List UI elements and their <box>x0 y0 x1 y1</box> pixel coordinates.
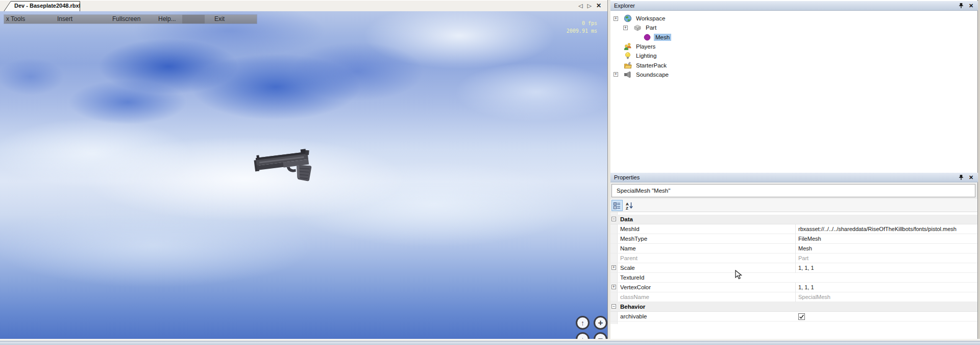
property-value[interactable]: 1, 1, 1 <box>795 263 977 273</box>
tab-nav-controls: ◁ ▷ ✕ <box>578 3 601 9</box>
property-row-parent[interactable]: ParentPart <box>610 254 977 263</box>
tab-next-icon[interactable]: ▷ <box>587 3 591 9</box>
property-value[interactable]: FileMesh <box>795 234 977 244</box>
fps-counter: 0 fps <box>567 19 597 27</box>
pistol-mesh <box>253 145 320 186</box>
tree-row-players[interactable]: Players <box>610 42 977 51</box>
players-icon <box>624 42 632 51</box>
property-row-meshtype[interactable]: MeshTypeFileMesh <box>610 234 977 244</box>
mesh-icon <box>643 33 651 41</box>
menu-item-help[interactable]: Help... <box>158 15 176 22</box>
property-name: Name <box>620 244 794 254</box>
expander-slot: + <box>614 16 624 21</box>
section-label: Behavior <box>620 302 645 312</box>
document-tab[interactable]: Dev - Baseplate2048.rbxl <box>3 1 81 12</box>
tree-item-label: Workspace <box>634 15 667 22</box>
categorized-icon[interactable] <box>611 200 623 211</box>
document-tab-bar: Dev - Baseplate2048.rbxl ◁ ▷ ✕ <box>0 0 607 11</box>
menu-item-exit[interactable]: Exit <box>214 15 225 22</box>
explorer-tree: +Workspace+PartMeshPlayersLightingStarte… <box>610 11 977 172</box>
mouse-cursor <box>735 270 744 280</box>
property-grid: −DataMeshIdrbxasset://../../../shareddat… <box>610 212 977 339</box>
section-expander[interactable]: − <box>611 217 616 221</box>
tree-row-mesh[interactable]: Mesh <box>610 33 977 42</box>
property-name: MeshId <box>620 224 794 234</box>
section-row-data[interactable]: −Data <box>610 215 977 224</box>
property-expander[interactable]: + <box>611 265 616 270</box>
tree-expander[interactable]: + <box>623 26 628 30</box>
property-expander[interactable]: + <box>611 285 616 289</box>
property-name: VertexColor <box>620 283 794 292</box>
property-name: Scale <box>620 263 794 273</box>
game-window: Dev - Baseplate2048.rbxl ◁ ▷ ✕ x ToolsIn… <box>0 0 607 339</box>
expander-slot: + <box>614 72 624 77</box>
pin-icon[interactable] <box>958 3 964 9</box>
property-row-vertexcolor[interactable]: +VertexColor1, 1, 1 <box>610 283 977 292</box>
properties-titlebar: Properties ✕ <box>610 173 978 182</box>
taskbar-edge <box>0 341 980 345</box>
tree-row-soundscape[interactable]: +Soundscape <box>610 70 977 79</box>
globe-icon <box>624 14 632 22</box>
archivable-checkbox[interactable] <box>798 313 805 320</box>
properties-title: Properties <box>614 174 640 180</box>
property-value[interactable]: rbxasset://../../../shareddata/RiseOfThe… <box>795 224 977 234</box>
menu-bar-highlight <box>182 15 205 24</box>
starterpack-icon <box>624 61 632 70</box>
property-row-textureid[interactable]: TextureId <box>610 273 977 283</box>
explorer-title: Explorer <box>614 3 635 9</box>
property-row-meshid[interactable]: MeshIdrbxasset://../../../shareddata/Ris… <box>610 224 977 234</box>
property-name: MeshType <box>620 234 794 244</box>
az-sort-icon[interactable]: A Z <box>624 200 635 211</box>
menu-item-insert[interactable]: Insert <box>57 15 72 22</box>
selection-header-area: SpecialMesh "Mesh" <box>610 183 977 199</box>
section-label: Data <box>620 215 633 224</box>
3d-viewport[interactable]: x ToolsInsertFullscreenHelp...Exit 0 fps… <box>0 11 607 339</box>
tree-item-label: StarterPack <box>634 62 668 69</box>
roblox-studio-screen: Dev - Baseplate2048.rbxl ◁ ▷ ✕ x ToolsIn… <box>0 0 980 345</box>
property-value[interactable]: Part <box>795 254 977 263</box>
property-row-classname[interactable]: classNameSpecialMesh <box>610 292 977 302</box>
property-name: archivable <box>620 312 794 321</box>
tree-row-part[interactable]: +Part <box>610 23 977 32</box>
properties-toolbar: A Z <box>610 199 977 212</box>
property-row-archivable[interactable]: archivable <box>610 312 977 321</box>
pan-up-button[interactable]: ↑ <box>576 316 590 330</box>
tree-expander[interactable]: + <box>614 72 618 77</box>
property-name: Parent <box>620 254 794 263</box>
property-name: className <box>620 292 794 302</box>
performance-stats: 0 fps 2009.91 ms <box>567 19 597 35</box>
menu-item-xtools[interactable]: x Tools <box>6 15 25 22</box>
property-row-scale[interactable]: +Scale1, 1, 1 <box>610 263 977 273</box>
expander-slot: + <box>623 26 633 30</box>
tree-row-starterpack[interactable]: StarterPack <box>610 61 977 70</box>
section-expander[interactable]: − <box>611 304 616 309</box>
lightbulb-icon <box>624 52 632 60</box>
property-value[interactable]: SpecialMesh <box>795 292 977 302</box>
tree-row-lighting[interactable]: Lighting <box>610 51 977 60</box>
dock-panels: Explorer ✕ +Workspace+PartMeshPlayersLig… <box>610 0 978 339</box>
tree-item-label: Lighting <box>634 52 658 59</box>
menu-item-fullscreen[interactable]: Fullscreen <box>112 15 140 22</box>
tree-item-label: Mesh <box>654 34 671 41</box>
tab-close-icon[interactable]: ✕ <box>596 3 601 9</box>
tree-item-label: Part <box>644 24 658 31</box>
properties-close-icon[interactable]: ✕ <box>968 174 974 180</box>
speaker-icon <box>624 71 632 79</box>
tree-expander[interactable]: + <box>614 16 618 21</box>
property-value[interactable]: Mesh <box>795 244 977 254</box>
property-name: TextureId <box>620 273 794 283</box>
svg-text:Z: Z <box>626 206 628 210</box>
pin-icon[interactable] <box>958 174 964 180</box>
explorer-close-icon[interactable]: ✕ <box>968 3 974 9</box>
tree-row-workspace[interactable]: +Workspace <box>610 14 977 23</box>
tab-prev-icon[interactable]: ◁ <box>578 3 582 9</box>
section-row-behavior[interactable]: −Behavior <box>610 302 977 312</box>
tree-item-label: Soundscape <box>634 71 670 78</box>
property-row-name[interactable]: NameMesh <box>610 244 977 254</box>
tab-title: Dev - Baseplate2048.rbxl <box>14 3 81 9</box>
tree-item-label: Players <box>634 43 657 50</box>
zoom-in-button[interactable]: + <box>594 316 607 330</box>
property-value[interactable]: 1, 1, 1 <box>795 283 977 292</box>
game-menu-bar: x ToolsInsertFullscreenHelp...Exit <box>4 15 257 24</box>
part-icon <box>633 24 642 32</box>
